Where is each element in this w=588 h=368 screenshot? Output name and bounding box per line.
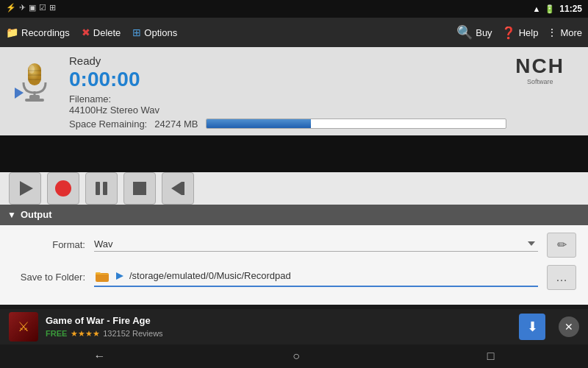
ad-stars: ★★★★ — [71, 329, 100, 338]
pause-icon — [96, 182, 107, 195]
options-icon: ⊞ — [132, 26, 141, 38]
download-icon: ⬇ — [527, 319, 538, 335]
main-content: Ready 0:00:00 Filename: 44100Hz Stereo W… — [0, 47, 588, 294]
play-icon — [20, 181, 33, 196]
record-icon — [55, 180, 71, 197]
info-panel: Ready 0:00:00 Filename: 44100Hz Stereo W… — [0, 47, 588, 135]
status-icon-3: ▣ — [29, 3, 36, 13]
skip-back-button[interactable] — [162, 172, 194, 205]
close-icon: ✕ — [564, 321, 573, 333]
help-label: Help — [519, 27, 539, 38]
delete-button[interactable]: ✖ Delete — [82, 26, 121, 38]
space-progress-bar — [206, 118, 507, 129]
output-header[interactable]: ▼ Output — [0, 205, 588, 225]
stop-icon — [133, 182, 146, 195]
pause-button[interactable] — [85, 172, 118, 205]
back-button[interactable]: ← — [79, 347, 120, 366]
ad-free-label: FREE — [46, 329, 67, 338]
buy-icon: 🔍 — [456, 24, 473, 40]
record-button[interactable] — [47, 172, 79, 205]
status-icon-2: ✈ — [19, 3, 26, 13]
buy-button[interactable]: 🔍 Buy — [456, 24, 492, 40]
status-icon-5: ⊞ — [49, 3, 56, 13]
more-button[interactable]: ⋮ More — [547, 26, 582, 38]
folder-browse-button[interactable]: … — [547, 265, 576, 290]
ad-text: Game of War - Fire Age FREE ★★★★ 132152 … — [46, 315, 512, 339]
ad-download-button[interactable]: ⬇ — [519, 314, 545, 340]
ad-reviews: 132152 Reviews — [103, 329, 162, 338]
info-text: Ready 0:00:00 Filename: 44100Hz Stereo W… — [69, 54, 506, 130]
format-info: 44100Hz Stereo Wav — [69, 105, 506, 116]
transport-controls — [0, 172, 588, 205]
more-label: More — [560, 27, 582, 38]
format-value-container: Wav — [94, 238, 538, 252]
folder-row: Save to Folder: /storage/emulated/0/Musi… — [12, 265, 576, 290]
browse-icon: … — [556, 271, 567, 284]
delete-label: Delete — [93, 27, 121, 38]
options-button[interactable]: ⊞ Options — [132, 26, 177, 38]
space-value: 24274 MB — [154, 118, 198, 130]
home-icon: ○ — [293, 350, 300, 362]
recordings-button[interactable]: 📁 Recordings — [6, 26, 70, 38]
nch-logo: NCH Software — [515, 54, 564, 85]
recent-icon: □ — [487, 350, 495, 362]
ad-close-button[interactable]: ✕ — [559, 316, 579, 337]
waveform-area — [0, 135, 588, 172]
help-icon: ❓ — [501, 26, 516, 40]
ad-game-image: ⚔ — [9, 312, 38, 342]
status-icon-1: ⚡ — [6, 3, 16, 13]
folder-small-icon — [94, 268, 110, 284]
recordings-icon: 📁 — [6, 26, 18, 38]
format-label: Format: — [12, 239, 85, 250]
output-body: Format: Wav ✏ Save to Folder: — [0, 225, 588, 305]
options-label: Options — [144, 27, 177, 38]
folder-value: /storage/emulated/0/Music/Recordpad — [129, 270, 538, 281]
play-button[interactable] — [9, 172, 41, 205]
delete-icon: ✖ — [82, 26, 90, 38]
stop-button[interactable] — [123, 172, 156, 205]
format-edit-button[interactable]: ✏ — [547, 233, 576, 258]
ad-title: Game of War - Fire Age — [46, 315, 512, 326]
battery-icon: 🔋 — [545, 4, 555, 14]
wifi-icon: ▲ — [532, 4, 540, 13]
output-section: ▼ Output Format: Wav ✏ Save to Folder: — [0, 205, 588, 305]
edit-icon: ✏ — [557, 238, 567, 252]
recordings-label: Recordings — [21, 27, 70, 38]
format-dropdown-icon — [528, 241, 535, 246]
help-button[interactable]: ❓ Help — [501, 26, 539, 40]
output-title: Output — [21, 209, 52, 220]
svg-rect-9 — [0, 135, 588, 172]
skip-back-icon — [171, 182, 184, 195]
svg-point-4 — [29, 65, 35, 74]
folder-value-container: /storage/emulated/0/Music/Recordpad — [94, 268, 538, 287]
ad-banner: ⚔ Game of War - Fire Age FREE ★★★★ 13215… — [0, 309, 588, 344]
buy-label: Buy — [476, 27, 492, 38]
svg-marker-8 — [15, 88, 24, 99]
arrow-right-icon — [113, 269, 126, 283]
bottom-nav: ← ○ □ — [0, 344, 588, 368]
back-icon: ← — [93, 350, 105, 362]
space-label: Space Remaining: — [69, 118, 147, 130]
folder-label: Save to Folder: — [12, 272, 85, 283]
status-icon-4: ☑ — [39, 3, 46, 13]
status-bar: ⚡ ✈ ▣ ☑ ⊞ ▲ 🔋 11:25 — [0, 0, 588, 18]
recent-button[interactable]: □ — [473, 347, 509, 366]
svg-marker-11 — [116, 272, 123, 280]
timer-display: 0:00:00 — [69, 67, 506, 92]
nch-logo-sub: Software — [527, 78, 553, 85]
home-button[interactable]: ○ — [278, 347, 315, 366]
more-icon: ⋮ — [547, 26, 557, 38]
format-value: Wav — [94, 238, 538, 250]
nch-logo-text: NCH — [515, 54, 564, 78]
mic-icon — [9, 54, 60, 106]
progress-fill — [207, 119, 312, 128]
format-row: Format: Wav ✏ — [12, 233, 576, 258]
recorder-status: Ready — [69, 54, 506, 67]
svg-rect-1 — [25, 99, 44, 102]
toolbar: 📁 Recordings ✖ Delete ⊞ Options 🔍 Buy ❓ … — [0, 18, 588, 47]
clock: 11:25 — [559, 4, 582, 14]
output-arrow-icon: ▼ — [7, 210, 16, 220]
filename-label: Filename: — [69, 93, 506, 105]
